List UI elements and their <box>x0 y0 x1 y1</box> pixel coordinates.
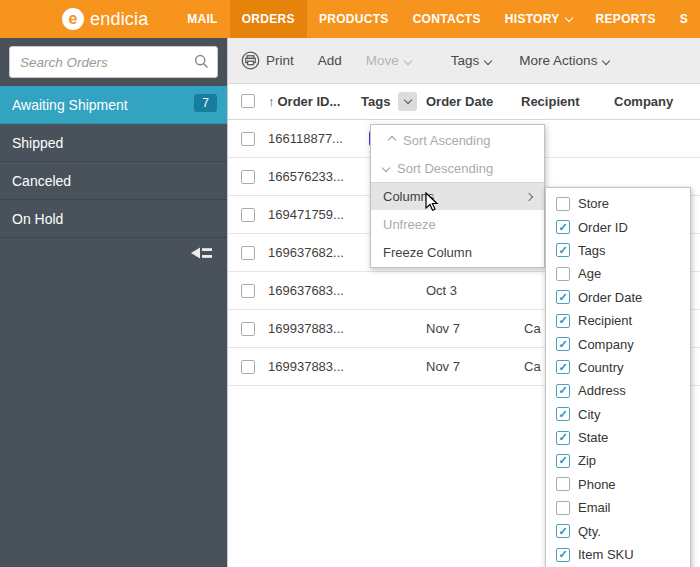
recipient-cell: Ca <box>524 321 541 336</box>
column-toggle-item[interactable]: State <box>546 426 690 449</box>
column-toggle-item[interactable]: Address <box>546 379 690 402</box>
top-bar: e endicia MAIL ORDERS PRODUCTS CONTACTS … <box>0 0 700 38</box>
row-checkbox[interactable] <box>241 284 255 298</box>
unchecked-checkbox[interactable] <box>556 197 570 211</box>
column-label: Recipient <box>578 313 632 328</box>
header-order-date[interactable]: Order Date <box>426 94 493 109</box>
checked-checkbox[interactable] <box>556 454 570 468</box>
column-toggle-item[interactable]: Item SKU <box>546 543 690 566</box>
checked-checkbox[interactable] <box>556 243 570 257</box>
nav-reports[interactable]: REPORTS <box>584 0 668 38</box>
column-toggle-item[interactable]: Email <box>546 496 690 519</box>
column-toggle-item[interactable]: Country <box>546 356 690 379</box>
sidebar-footer <box>0 238 227 272</box>
order-id-cell: 169637682... <box>268 245 344 260</box>
checked-checkbox[interactable] <box>556 360 570 374</box>
column-toggle-item[interactable]: Recipient <box>546 309 690 332</box>
header-tags[interactable]: Tags <box>361 94 390 109</box>
more-actions-button[interactable]: More Actions <box>519 53 609 68</box>
nav-history[interactable]: HISTORY <box>493 0 584 38</box>
menu-item-columns[interactable]: Columns <box>371 182 544 210</box>
checked-checkbox[interactable] <box>556 431 570 445</box>
sort-ascending-icon: ↑ <box>268 94 275 109</box>
chevron-up-icon <box>388 136 396 144</box>
checked-checkbox[interactable] <box>556 337 570 351</box>
column-toggle-item[interactable]: Company <box>546 332 690 355</box>
header-label: Tags <box>361 94 390 109</box>
sidebar-item-awaiting-shipment[interactable]: Awaiting Shipment 7 <box>0 86 227 124</box>
header-label: Recipient <box>521 94 580 109</box>
checked-checkbox[interactable] <box>556 524 570 538</box>
nav-mail[interactable]: MAIL <box>175 0 230 38</box>
add-button[interactable]: Add <box>318 53 342 68</box>
chevron-down-icon <box>403 96 411 104</box>
checked-checkbox[interactable] <box>556 407 570 421</box>
row-checkbox[interactable] <box>241 246 255 260</box>
column-label: Phone <box>578 477 616 492</box>
menu-item-sort-descending[interactable]: Sort Descending <box>371 154 544 182</box>
column-toggle-item[interactable]: City <box>546 403 690 426</box>
row-checkbox[interactable] <box>241 360 255 374</box>
menu-label: Freeze Column <box>383 245 472 260</box>
checked-checkbox[interactable] <box>556 314 570 328</box>
more-actions-label: More Actions <box>519 53 597 68</box>
order-id-cell: 169937883... <box>268 359 344 374</box>
row-checkbox[interactable] <box>241 322 255 336</box>
menu-item-freeze-column[interactable]: Freeze Column <box>371 238 544 266</box>
menu-label: Unfreeze <box>383 217 436 232</box>
column-label: Store <box>578 196 609 211</box>
select-all-checkbox[interactable] <box>241 94 255 108</box>
row-checkbox[interactable] <box>241 208 255 222</box>
checked-checkbox[interactable] <box>556 384 570 398</box>
column-label: Address <box>578 383 626 398</box>
add-label: Add <box>318 53 342 68</box>
sidebar-item-shipped[interactable]: Shipped <box>0 124 227 162</box>
nav-orders[interactable]: ORDERS <box>230 0 307 38</box>
chevron-down-icon <box>404 56 412 64</box>
sidebar-item-label: Canceled <box>12 173 71 189</box>
menu-label: Sort Descending <box>397 161 493 176</box>
collapse-sidebar-icon[interactable] <box>191 246 213 264</box>
order-date-cell: Nov 7 <box>426 359 460 374</box>
column-toggle-item[interactable]: Qty. <box>546 519 690 542</box>
tags-column-menu: Sort Ascending Sort Descending Columns U… <box>370 124 545 268</box>
header-order-id[interactable]: ↑Order ID... <box>268 94 340 109</box>
header-recipient[interactable]: Recipient <box>521 94 580 109</box>
search-input[interactable] <box>9 46 218 78</box>
printer-icon <box>241 51 260 70</box>
column-toggle-item[interactable]: Order ID <box>546 215 690 238</box>
nav-products[interactable]: PRODUCTS <box>307 0 401 38</box>
tags-column-menu-button[interactable] <box>398 92 417 111</box>
sidebar-item-canceled[interactable]: Canceled <box>0 162 227 200</box>
unchecked-checkbox[interactable] <box>556 267 570 281</box>
checked-checkbox[interactable] <box>556 220 570 234</box>
search-icon[interactable] <box>194 54 209 73</box>
row-checkbox[interactable] <box>241 132 255 146</box>
checked-checkbox[interactable] <box>556 290 570 304</box>
column-toggle-item[interactable]: Zip <box>546 449 690 472</box>
column-toggle-item[interactable]: Tags <box>546 239 690 262</box>
menu-item-unfreeze[interactable]: Unfreeze <box>371 210 544 238</box>
checked-checkbox[interactable] <box>556 548 570 562</box>
row-checkbox[interactable] <box>241 170 255 184</box>
menu-item-sort-ascending[interactable]: Sort Ascending <box>371 126 544 154</box>
nav-contacts[interactable]: CONTACTS <box>401 0 493 38</box>
nav-label: ORDERS <box>242 12 295 26</box>
order-id-cell: 166576233... <box>268 169 344 184</box>
tags-button[interactable]: Tags <box>451 53 492 68</box>
move-label: Move <box>366 53 399 68</box>
sidebar-item-label: Shipped <box>12 135 63 151</box>
column-toggle-item[interactable]: Phone <box>546 473 690 496</box>
unchecked-checkbox[interactable] <box>556 477 570 491</box>
print-button[interactable]: Print <box>241 51 294 70</box>
nav-settings-clipped[interactable]: S <box>668 0 700 38</box>
unchecked-checkbox[interactable] <box>556 501 570 515</box>
column-toggle-item[interactable]: Age <box>546 262 690 285</box>
sidebar-item-on-hold[interactable]: On Hold <box>0 200 227 238</box>
move-button[interactable]: Move <box>366 53 411 68</box>
order-id-cell: 169471759... <box>268 207 344 222</box>
header-company[interactable]: Company <box>614 94 673 109</box>
column-toggle-item[interactable]: Order Date <box>546 286 690 309</box>
column-toggle-item[interactable]: Store <box>546 192 690 215</box>
column-label: Order Date <box>578 290 642 305</box>
